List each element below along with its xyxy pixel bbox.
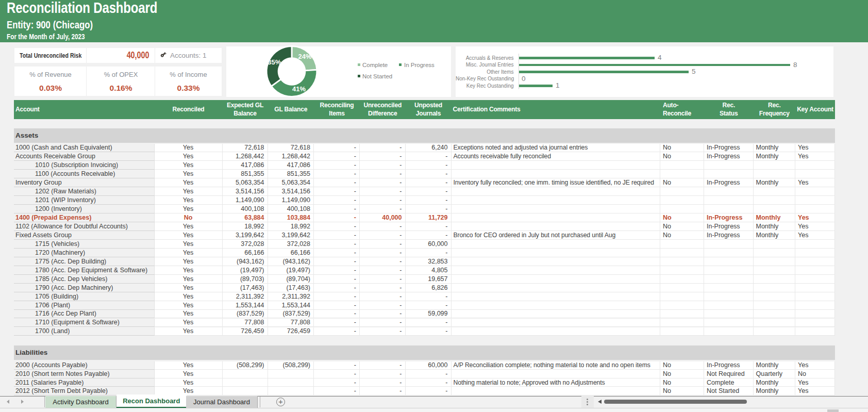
svg-text:35%: 35%: [268, 58, 281, 66]
svg-text:24%: 24%: [298, 53, 311, 60]
svg-text:41%: 41%: [292, 85, 306, 93]
